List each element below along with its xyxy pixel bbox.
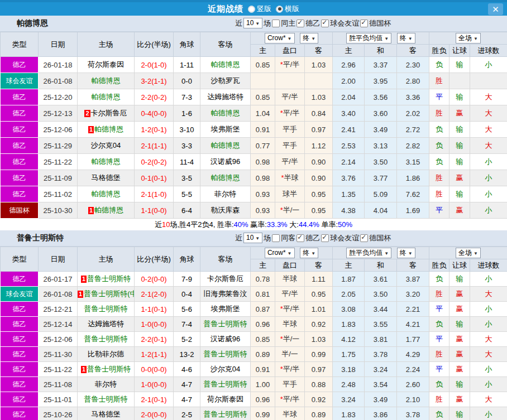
home-team: 1普鲁士明斯特(中) [78, 287, 135, 302]
match-type: 德乙 [1, 347, 39, 362]
radio-horizontal-label[interactable]: 横版 [285, 4, 299, 14]
league-checkbox-bundesliga2[interactable] [296, 20, 304, 27]
result-wdl: 胜 [429, 105, 449, 122]
avg-home: 3.76 [333, 170, 365, 186]
handicap-line: *平/半 [275, 392, 305, 407]
avg-home: 2.00 [333, 73, 365, 89]
scope-select[interactable]: 全场▼ [456, 33, 481, 44]
handicap-line [275, 73, 305, 89]
avg-away: 2.72 [397, 122, 429, 138]
odds-home: 0.93 [251, 186, 275, 202]
rank-badge: 1 [81, 276, 87, 283]
rank-badge: 1 [81, 366, 87, 373]
same-venue-checkbox[interactable] [272, 20, 280, 27]
summary-text: 40% [234, 220, 248, 229]
odds-home: 0.81 [251, 287, 275, 302]
league-checkbox-friendly[interactable] [321, 234, 329, 242]
result-wdl: 平 [429, 89, 449, 105]
odds-final-select[interactable]: 终▼ [300, 248, 318, 258]
col-header-odds-home: 主 [251, 45, 275, 57]
odds-home: 0.98 [251, 154, 275, 170]
avg-draw: 3.95 [365, 73, 397, 89]
avg-final-select[interactable]: 终▼ [397, 33, 415, 44]
summary-text: 33.3% [267, 220, 288, 229]
dropdown-arrow-icon: ▼ [311, 36, 315, 41]
match-row: 德乙25-11-22帕德博恩0-2(0-2)11-4汉诺威960.98平/半0.… [1, 154, 507, 170]
live-star-icon: * [280, 365, 283, 373]
match-row: 德乙25-12-132卡尔斯鲁厄0-4(0-0)1-6帕德博恩1.04*平/半0… [1, 105, 507, 122]
avg-final-select[interactable]: 终▼ [397, 248, 415, 258]
result-handicap: 赢 [449, 392, 470, 407]
result-handicap: 赢 [449, 170, 470, 186]
filter-prefix-label: 近 [235, 233, 242, 243]
corner-score: 13-2 [174, 347, 200, 362]
match-type: 德乙 [1, 122, 39, 138]
league-label-cup: 德国杯 [369, 233, 391, 243]
filter-bar: 近 10▼ 场 同主 德乙 球会友谊 德国杯 [235, 18, 391, 28]
avg-away: 3.78 [397, 407, 429, 420]
same-venue-label: 同主 [281, 18, 295, 28]
bookmaker-select[interactable]: Crow*▼ [265, 248, 295, 258]
col-header-score: 比分(半场) [135, 247, 174, 272]
league-checkbox-cup[interactable] [360, 234, 368, 242]
avg-draw: 3.50 [365, 154, 397, 170]
avg-draw: 3.77 [365, 170, 397, 186]
corner-score: 5-5 [174, 186, 200, 202]
corner-score: 0-0 [174, 73, 200, 89]
league-checkbox-cup[interactable] [360, 20, 368, 27]
match-row: 德乙25-12-06普鲁士明斯特2-2(0-1)5-2汉诺威960.85*半/一… [1, 332, 507, 347]
league-checkbox-friendly[interactable] [321, 20, 329, 27]
result-goals: 大 [470, 89, 507, 105]
corner-score: 4-6 [174, 362, 200, 377]
match-score: 2-1(1-1) [135, 138, 174, 154]
handicap-line: 平/半 [275, 154, 305, 170]
odds-away: 0.97 [305, 362, 333, 377]
match-type: 球会友谊 [1, 287, 39, 302]
match-score: 0-2(0-0) [135, 272, 174, 287]
avg-select[interactable]: 胜平负均值▼ [346, 33, 391, 44]
match-row: 球会友谊26-01-08帕德博恩3-2(1-1)0-0沙勒罗瓦2.003.952… [1, 73, 507, 89]
away-team: 达姆施塔特 [200, 89, 251, 105]
away-team: 帕德博恩 [200, 105, 251, 122]
league-checkbox-bundesliga2[interactable] [296, 234, 304, 242]
radio-vertical-layout[interactable] [248, 6, 255, 13]
handicap-line: 半球 [275, 407, 305, 420]
radio-vertical-label[interactable]: 竖版 [257, 4, 271, 14]
same-venue-checkbox[interactable] [272, 234, 280, 242]
result-handicap: 输 [449, 407, 470, 420]
match-type: 德乙 [1, 362, 39, 377]
col-header-corner: 角球 [174, 247, 200, 272]
avg-select-group: 胜平负均值▼ 终▼ [333, 247, 429, 259]
close-button[interactable]: ✕ [488, 3, 503, 15]
col-header-home: 主场 [78, 247, 135, 272]
odds-final-select[interactable]: 终▼ [300, 33, 318, 44]
match-score: 2-0(1-0) [135, 57, 174, 73]
odds-away: 0.88 [305, 377, 333, 392]
away-team: 旧海弗莱鲁汶 [200, 287, 251, 302]
avg-draw: 3.54 [365, 377, 397, 392]
bookmaker-select[interactable]: Crow*▼ [265, 33, 295, 44]
scope-select[interactable]: 全场▼ [456, 248, 481, 258]
match-score: 2-0(0-0) [135, 407, 174, 420]
result-wdl: 负 [429, 138, 449, 154]
match-date: 26-01-18 [39, 57, 78, 73]
home-team: 1帕德博恩 [78, 202, 135, 219]
away-team: 埃弗斯堡 [200, 302, 251, 317]
odds-home: 0.91 [251, 122, 275, 138]
avg-draw: 3.24 [365, 362, 397, 377]
handicap-line: 平手 [275, 377, 305, 392]
handicap-line: 半球 [275, 317, 305, 332]
avg-select[interactable]: 胜平负均值▼ [346, 248, 391, 258]
match-count-select[interactable]: 10▼ [243, 18, 262, 28]
col-header-result-wdl: 胜负 [429, 259, 449, 272]
match-date: 25-10-30 [39, 202, 78, 219]
match-score: 0-2(0-2) [135, 154, 174, 170]
odds-away: 1.01 [305, 302, 333, 317]
radio-horizontal-layout[interactable] [276, 6, 283, 13]
match-count-select[interactable]: 10▼ [243, 233, 262, 243]
odds-away: 0.90 [305, 170, 333, 186]
section-header-muenster: 普鲁士明斯特 近 10▼ 场 同客 德乙 球会友谊 德国杯 [0, 230, 507, 247]
home-team: 普鲁士明斯特 [78, 332, 135, 347]
match-score: 1-1(0-1) [135, 302, 174, 317]
summary-text: 单率: [319, 220, 338, 229]
